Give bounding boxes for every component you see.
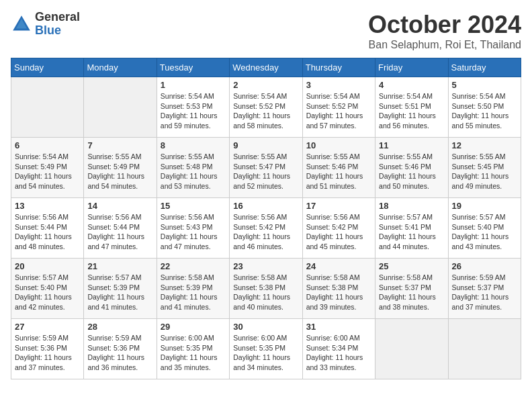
cell-day-number: 10 xyxy=(306,140,371,150)
cell-info: Sunrise: 5:56 AMSunset: 5:44 PMDaylight:… xyxy=(87,212,152,252)
cell-info: Sunrise: 5:56 AMSunset: 5:42 PMDaylight:… xyxy=(233,212,298,252)
calendar-cell: 28Sunrise: 5:59 AMSunset: 5:36 PMDayligh… xyxy=(84,319,157,379)
calendar-week-row: 6Sunrise: 5:54 AMSunset: 5:49 PMDaylight… xyxy=(11,138,521,198)
calendar-day-header: Tuesday xyxy=(157,58,229,77)
calendar-cell: 30Sunrise: 6:00 AMSunset: 5:35 PMDayligh… xyxy=(230,319,302,379)
calendar-cell: 24Sunrise: 5:58 AMSunset: 5:38 PMDayligh… xyxy=(302,259,375,319)
cell-day-number: 1 xyxy=(161,80,226,90)
calendar-cell: 3Sunrise: 5:54 AMSunset: 5:52 PMDaylight… xyxy=(302,77,375,138)
cell-day-number: 13 xyxy=(15,201,80,211)
cell-info: Sunrise: 5:56 AMSunset: 5:42 PMDaylight:… xyxy=(306,212,371,252)
calendar-cell: 18Sunrise: 5:57 AMSunset: 5:41 PMDayligh… xyxy=(375,198,448,259)
calendar-cell: 7Sunrise: 5:55 AMSunset: 5:49 PMDaylight… xyxy=(84,138,157,198)
cell-day-number: 3 xyxy=(306,80,371,90)
cell-info: Sunrise: 5:57 AMSunset: 5:41 PMDaylight:… xyxy=(379,212,444,252)
cell-day-number: 2 xyxy=(233,80,298,90)
calendar-cell: 12Sunrise: 5:55 AMSunset: 5:45 PMDayligh… xyxy=(448,138,521,198)
calendar-cell: 27Sunrise: 5:59 AMSunset: 5:36 PMDayligh… xyxy=(11,319,84,379)
cell-info: Sunrise: 5:54 AMSunset: 5:53 PMDaylight:… xyxy=(161,91,226,131)
cell-info: Sunrise: 5:56 AMSunset: 5:44 PMDaylight:… xyxy=(15,212,80,252)
calendar-cell: 29Sunrise: 6:00 AMSunset: 5:35 PMDayligh… xyxy=(157,319,229,379)
title-section: October 2024 Ban Selaphum, Roi Et, Thail… xyxy=(368,11,521,51)
cell-info: Sunrise: 5:55 AMSunset: 5:46 PMDaylight:… xyxy=(306,152,371,191)
cell-day-number: 30 xyxy=(233,322,298,332)
logo-icon xyxy=(11,13,32,35)
calendar-cell: 11Sunrise: 5:55 AMSunset: 5:46 PMDayligh… xyxy=(375,138,448,198)
calendar-week-row: 27Sunrise: 5:59 AMSunset: 5:36 PMDayligh… xyxy=(11,319,521,379)
cell-info: Sunrise: 5:59 AMSunset: 5:36 PMDaylight:… xyxy=(87,333,152,373)
cell-info: Sunrise: 5:54 AMSunset: 5:49 PMDaylight:… xyxy=(15,152,80,191)
cell-day-number: 22 xyxy=(161,261,226,271)
calendar-cell: 1Sunrise: 5:54 AMSunset: 5:53 PMDaylight… xyxy=(157,77,229,138)
cell-info: Sunrise: 5:59 AMSunset: 5:36 PMDaylight:… xyxy=(15,333,80,373)
cell-info: Sunrise: 5:58 AMSunset: 5:39 PMDaylight:… xyxy=(161,273,226,312)
cell-day-number: 7 xyxy=(87,140,152,150)
calendar-cell: 16Sunrise: 5:56 AMSunset: 5:42 PMDayligh… xyxy=(230,198,302,259)
cell-info: Sunrise: 5:57 AMSunset: 5:40 PMDaylight:… xyxy=(452,212,517,252)
calendar-cell: 8Sunrise: 5:55 AMSunset: 5:48 PMDaylight… xyxy=(157,138,229,198)
cell-info: Sunrise: 5:55 AMSunset: 5:46 PMDaylight:… xyxy=(379,152,444,191)
cell-info: Sunrise: 6:00 AMSunset: 5:34 PMDaylight:… xyxy=(306,333,371,373)
calendar-cell: 26Sunrise: 5:59 AMSunset: 5:37 PMDayligh… xyxy=(448,259,521,319)
cell-day-number: 4 xyxy=(379,80,444,90)
month-title: October 2024 xyxy=(368,11,521,39)
cell-day-number: 18 xyxy=(379,201,444,211)
cell-day-number: 23 xyxy=(233,261,298,271)
cell-day-number: 29 xyxy=(161,322,226,332)
calendar-cell xyxy=(448,319,521,379)
cell-day-number: 27 xyxy=(15,322,80,332)
calendar-cell xyxy=(375,319,448,379)
calendar-cell: 25Sunrise: 5:58 AMSunset: 5:37 PMDayligh… xyxy=(375,259,448,319)
cell-info: Sunrise: 5:54 AMSunset: 5:51 PMDaylight:… xyxy=(379,91,444,131)
cell-info: Sunrise: 6:00 AMSunset: 5:35 PMDaylight:… xyxy=(161,333,226,373)
cell-info: Sunrise: 5:55 AMSunset: 5:45 PMDaylight:… xyxy=(452,152,517,191)
cell-day-number: 9 xyxy=(233,140,298,150)
cell-info: Sunrise: 5:55 AMSunset: 5:49 PMDaylight:… xyxy=(87,152,152,191)
calendar-cell: 5Sunrise: 5:54 AMSunset: 5:50 PMDaylight… xyxy=(448,77,521,138)
calendar-cell: 21Sunrise: 5:57 AMSunset: 5:39 PMDayligh… xyxy=(84,259,157,319)
cell-info: Sunrise: 5:55 AMSunset: 5:47 PMDaylight:… xyxy=(233,152,298,191)
calendar-cell xyxy=(84,77,157,138)
calendar-day-header: Saturday xyxy=(448,58,521,77)
cell-info: Sunrise: 5:59 AMSunset: 5:37 PMDaylight:… xyxy=(452,273,517,312)
cell-day-number: 8 xyxy=(161,140,226,150)
cell-day-number: 19 xyxy=(452,201,517,211)
cell-info: Sunrise: 6:00 AMSunset: 5:35 PMDaylight:… xyxy=(233,333,298,373)
calendar-cell: 6Sunrise: 5:54 AMSunset: 5:49 PMDaylight… xyxy=(11,138,84,198)
cell-day-number: 26 xyxy=(452,261,517,271)
calendar-cell: 15Sunrise: 5:56 AMSunset: 5:43 PMDayligh… xyxy=(157,198,229,259)
logo: General Blue xyxy=(11,11,80,38)
calendar-cell: 13Sunrise: 5:56 AMSunset: 5:44 PMDayligh… xyxy=(11,198,84,259)
calendar-cell: 14Sunrise: 5:56 AMSunset: 5:44 PMDayligh… xyxy=(84,198,157,259)
calendar-week-row: 13Sunrise: 5:56 AMSunset: 5:44 PMDayligh… xyxy=(11,198,521,259)
calendar-cell: 20Sunrise: 5:57 AMSunset: 5:40 PMDayligh… xyxy=(11,259,84,319)
cell-day-number: 14 xyxy=(87,201,152,211)
logo-blue: Blue xyxy=(35,24,80,38)
cell-info: Sunrise: 5:54 AMSunset: 5:50 PMDaylight:… xyxy=(452,91,517,131)
logo-general: General xyxy=(35,11,80,24)
cell-info: Sunrise: 5:54 AMSunset: 5:52 PMDaylight:… xyxy=(233,91,298,131)
cell-info: Sunrise: 5:54 AMSunset: 5:52 PMDaylight:… xyxy=(306,91,371,131)
calendar-week-row: 1Sunrise: 5:54 AMSunset: 5:53 PMDaylight… xyxy=(11,77,521,138)
cell-info: Sunrise: 5:58 AMSunset: 5:38 PMDaylight:… xyxy=(306,273,371,312)
cell-info: Sunrise: 5:58 AMSunset: 5:37 PMDaylight:… xyxy=(379,273,444,312)
cell-day-number: 12 xyxy=(452,140,517,150)
logo-text: General Blue xyxy=(35,11,80,38)
cell-day-number: 15 xyxy=(161,201,226,211)
page-header: General Blue October 2024 Ban Selaphum, … xyxy=(11,11,521,51)
cell-day-number: 11 xyxy=(379,140,444,150)
cell-info: Sunrise: 5:56 AMSunset: 5:43 PMDaylight:… xyxy=(161,212,226,252)
calendar-cell xyxy=(11,77,84,138)
calendar-cell: 10Sunrise: 5:55 AMSunset: 5:46 PMDayligh… xyxy=(302,138,375,198)
calendar-week-row: 20Sunrise: 5:57 AMSunset: 5:40 PMDayligh… xyxy=(11,259,521,319)
calendar-table: SundayMondayTuesdayWednesdayThursdayFrid… xyxy=(11,58,521,379)
calendar-cell: 31Sunrise: 6:00 AMSunset: 5:34 PMDayligh… xyxy=(302,319,375,379)
cell-info: Sunrise: 5:57 AMSunset: 5:40 PMDaylight:… xyxy=(15,273,80,312)
cell-day-number: 16 xyxy=(233,201,298,211)
cell-day-number: 24 xyxy=(306,261,371,271)
cell-day-number: 17 xyxy=(306,201,371,211)
cell-day-number: 20 xyxy=(15,261,80,271)
calendar-day-header: Monday xyxy=(84,58,157,77)
cell-day-number: 25 xyxy=(379,261,444,271)
calendar-cell: 19Sunrise: 5:57 AMSunset: 5:40 PMDayligh… xyxy=(448,198,521,259)
